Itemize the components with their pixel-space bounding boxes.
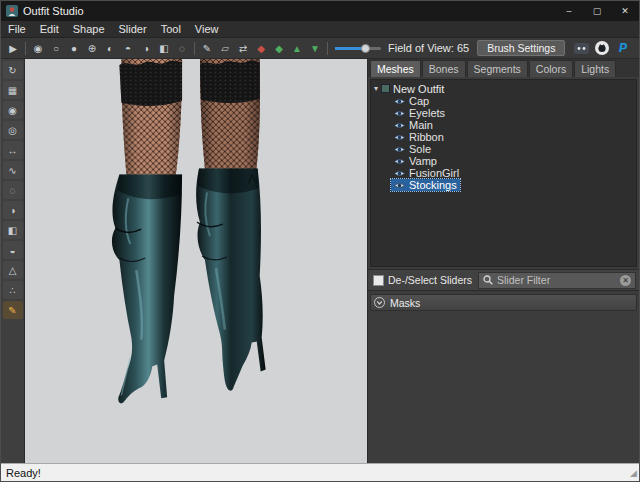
tree-item-stockings[interactable]: Stockings	[371, 179, 636, 191]
slider-filter-box: ✕	[478, 272, 636, 289]
visibility-eye-icon[interactable]	[394, 169, 405, 178]
visibility-eye-icon[interactable]	[394, 97, 405, 106]
toolbar-separator	[25, 42, 26, 55]
move-brush-icon[interactable]: ⊕	[83, 40, 101, 57]
smooth-brush-icon[interactable]: ◐	[101, 40, 119, 57]
menu-shape[interactable]: Shape	[66, 21, 112, 38]
visibility-eye-icon[interactable]	[394, 181, 405, 190]
right-panel: Meshes Bones Segments Colors Lights ▾ Ne…	[367, 59, 639, 463]
deselect-sliders-checkbox[interactable]	[373, 275, 384, 286]
github-icon[interactable]	[594, 41, 610, 56]
select-tool-icon[interactable]: ▶	[4, 40, 22, 57]
visibility-eye-icon[interactable]	[394, 145, 405, 154]
visibility-eye-icon[interactable]	[394, 157, 405, 166]
field-of-view-slider[interactable]	[335, 47, 381, 50]
resize-grip[interactable]: ◢	[630, 468, 637, 478]
conform-all-icon[interactable]: ◆	[270, 40, 288, 57]
tree-root-new-outfit[interactable]: ▾ New Outfit	[371, 82, 636, 95]
titlebar: Outfit Studio – ▢ ✕	[1, 1, 639, 21]
tree-item-label: FusionGirl	[409, 167, 459, 179]
slider-fill	[335, 47, 363, 50]
tree-item-label: Ribbon	[409, 131, 444, 143]
inflate-brush-icon[interactable]: ◉	[3, 101, 23, 119]
inflate-brush-icon[interactable]: ○	[47, 40, 65, 57]
search-icon	[483, 275, 493, 285]
eraser-tool-icon[interactable]: ▱	[216, 40, 234, 57]
smooth-brush-icon[interactable]: ∿	[3, 161, 23, 179]
conform-shape-icon[interactable]: ◆	[252, 40, 270, 57]
window-controls: – ▢ ✕	[555, 1, 639, 21]
tab-colors[interactable]: Colors	[529, 60, 573, 77]
visibility-eye-icon[interactable]	[394, 133, 405, 142]
menu-edit[interactable]: Edit	[33, 21, 66, 38]
status-text: Ready!	[6, 467, 41, 479]
tree-item-sole[interactable]: Sole	[371, 143, 636, 155]
discord-icon[interactable]	[573, 41, 589, 56]
tab-lights[interactable]: Lights	[574, 60, 616, 77]
tree-item-label: Eyelets	[409, 107, 445, 119]
toolbar: ▶ ◉ ○ ● ⊕ ◐ ◓ ◑ ◧ ◌ ✎ ▱ ⇄ ◆ ◆ ▲ ▼ Field …	[1, 38, 639, 59]
tab-segments[interactable]: Segments	[467, 60, 528, 77]
undiff-brush-icon[interactable]: ◌	[3, 181, 23, 199]
minimize-button[interactable]: –	[555, 1, 583, 21]
tree-item-ribbon[interactable]: Ribbon	[371, 131, 636, 143]
tab-meshes[interactable]: Meshes	[370, 60, 421, 77]
tab-bones[interactable]: Bones	[422, 60, 466, 77]
color-brush-icon[interactable]: ◧	[155, 40, 173, 57]
deflate-brush-icon[interactable]: ●	[65, 40, 83, 57]
chevron-down-icon[interactable]	[374, 297, 385, 308]
pen-tool-icon[interactable]: ✎	[198, 40, 216, 57]
content-area: ↻ ▦ ◉ ◎ ↔ ∿ ◌ ◑ ◧ ◒ △ ∴ ✎	[1, 59, 639, 463]
rotate-view-icon[interactable]: ↻	[3, 61, 23, 79]
slider-filter-input[interactable]	[497, 274, 616, 286]
statusbar: Ready! ◢	[1, 463, 639, 481]
sliders-bar: De-/Select Sliders ✕	[368, 269, 639, 291]
tree-item-eyelets[interactable]: Eyelets	[371, 107, 636, 119]
deselect-sliders-label: De-/Select Sliders	[388, 274, 472, 286]
tree-item-label: Vamp	[409, 155, 437, 167]
xmirror-toggle-icon[interactable]: ⇄	[234, 40, 252, 57]
tree-item-cap[interactable]: Cap	[371, 95, 636, 107]
color-brush-icon[interactable]: ◧	[3, 221, 23, 239]
mask-brush-icon[interactable]: ▦	[3, 81, 23, 99]
left-toolbar: ↻ ▦ ◉ ◎ ↔ ∿ ◌ ◑ ◧ ◒ △ ∴ ✎	[1, 59, 25, 463]
weight-brush-icon[interactable]: ◑	[137, 40, 155, 57]
maximize-button[interactable]: ▢	[583, 1, 611, 21]
slider-thumb[interactable]	[361, 44, 370, 53]
outfit-icon	[381, 84, 390, 93]
paypal-icon[interactable]: P	[615, 41, 631, 56]
alpha-brush-icon[interactable]: ◒	[3, 241, 23, 259]
alpha-brush-icon[interactable]: ◌	[173, 40, 191, 57]
brush-settings-button[interactable]: Brush Settings	[477, 40, 565, 56]
pose-tool-icon[interactable]: ✎	[3, 301, 23, 319]
edge-tool-icon[interactable]: △	[3, 261, 23, 279]
deflate-brush-icon[interactable]: ◎	[3, 121, 23, 139]
menu-file[interactable]: File	[1, 21, 33, 38]
masks-header[interactable]: Masks	[370, 294, 637, 311]
tree-item-main[interactable]: Main	[371, 119, 636, 131]
mask-brush-icon[interactable]: ◉	[29, 40, 47, 57]
menu-tool[interactable]: Tool	[154, 21, 188, 38]
undiff-brush-icon[interactable]: ◓	[119, 40, 137, 57]
toolbar-separator	[327, 42, 328, 55]
viewport-3d[interactable]	[25, 59, 367, 463]
panel-empty-area	[368, 314, 639, 463]
clear-filter-icon[interactable]: ✕	[620, 275, 631, 286]
decrease-mesh-icon[interactable]: ▼	[306, 40, 324, 57]
vertex-tool-icon[interactable]: ∴	[3, 281, 23, 299]
menu-view[interactable]: View	[188, 21, 226, 38]
increase-mesh-icon[interactable]: ▲	[288, 40, 306, 57]
visibility-eye-icon[interactable]	[394, 121, 405, 130]
tree-item-fusiongirl[interactable]: FusionGirl	[371, 167, 636, 179]
tree-item-vamp[interactable]: Vamp	[371, 155, 636, 167]
tree-item-label: Stockings	[409, 179, 457, 191]
weight-brush-icon[interactable]: ◑	[3, 201, 23, 219]
visibility-eye-icon[interactable]	[394, 109, 405, 118]
menu-slider[interactable]: Slider	[112, 21, 154, 38]
menubar: File Edit Shape Slider Tool View	[1, 21, 639, 38]
social-links: P	[573, 41, 631, 56]
move-brush-icon[interactable]: ↔	[3, 141, 23, 159]
close-button[interactable]: ✕	[611, 1, 639, 21]
toolbar-separator	[194, 42, 195, 55]
expand-arrow-icon[interactable]: ▾	[374, 84, 378, 93]
